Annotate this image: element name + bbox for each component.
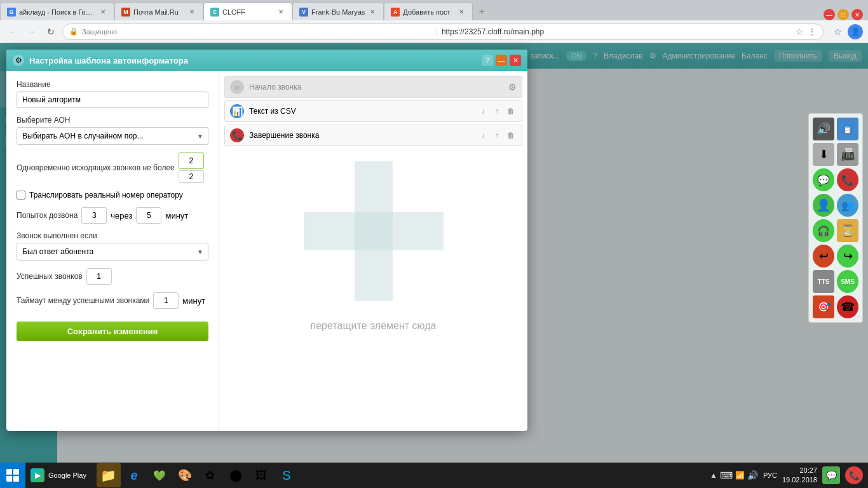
windows-icon [6, 469, 19, 482]
tray-arrow-up[interactable]: ▲ [710, 471, 717, 480]
concurrent-input[interactable] [179, 152, 204, 169]
dialog-minimize-button[interactable]: — [496, 55, 507, 66]
clock-date: 19.02.2018 [782, 475, 817, 485]
fax-device-icon[interactable]: 📠 [837, 143, 858, 166]
icons-row-5: 🎧 ⏳ [813, 219, 858, 242]
aon-select-wrapper: Выбирать АОН в случайном пор... ▼ [17, 127, 208, 145]
attempts-input[interactable] [81, 207, 107, 224]
taskbar-photos[interactable]: 🖼 [249, 463, 273, 487]
aon-field-group: Выберите АОН Выбирать АОН в случайном по… [17, 116, 208, 145]
taskbar-phone-button[interactable]: 📞 [845, 466, 863, 484]
filter-icon[interactable]: ⬇ [813, 143, 834, 166]
volume-icon[interactable]: 🔊 [747, 470, 758, 480]
taskbar-clock: 20:27 19.02.2018 [782, 466, 817, 485]
tab-1[interactable]: G айклауд - Поиск в Гоог... ✕ [0, 3, 114, 20]
tab-2-label: Почта Mail.Ru [133, 8, 184, 16]
taskbar-skype[interactable]: S [275, 463, 299, 487]
csv-delete-btn[interactable]: 🗑 [505, 105, 517, 117]
person1-icon[interactable]: 👤 [813, 194, 834, 217]
network-bars-icon: 📶 [735, 471, 745, 480]
end-up-btn[interactable]: ↑ [491, 130, 503, 141]
taskbar-right: ▲ ⌨ 📶 🔊 РУС 20:27 19.02.2018 💬 📞 [710, 466, 868, 485]
tab-3-close[interactable]: ✕ [276, 8, 285, 17]
bookmark-icon[interactable]: ☆ [796, 27, 804, 37]
arrow-forward-icon[interactable]: ↪ [837, 245, 858, 268]
target2-icon[interactable]: 🎯 [813, 295, 834, 318]
redphone2-icon[interactable]: ☎ [837, 295, 858, 318]
call-flow-csv: 📊 Текст из CSV ↓ ↑ 🗑 [224, 100, 522, 122]
phone-numeric-icon[interactable]: 📋 [837, 118, 858, 140]
success-calls-input[interactable] [86, 268, 112, 285]
hourglass-icon[interactable]: ⏳ [837, 219, 858, 242]
persons2-icon[interactable]: 👥 [837, 194, 858, 217]
aon-select[interactable]: Выбирать АОН в случайном пор... [17, 127, 208, 145]
dialog-help-button[interactable]: ? [482, 55, 493, 66]
broadcast-checkbox[interactable] [17, 191, 25, 200]
broadcast-label: Транслировать реальный номер оператору [29, 191, 183, 200]
tab-4[interactable]: V Frank-Bu Maryas ✕ [292, 3, 384, 20]
end-delete-btn[interactable]: 🗑 [505, 130, 517, 141]
extend-icon[interactable]: ⋮ [808, 27, 817, 37]
taskbar-chrome[interactable]: ⬤ [224, 463, 248, 487]
reload-button[interactable]: ↻ [43, 24, 58, 39]
sms2-icon[interactable]: SMS [837, 270, 858, 293]
taskbar-games[interactable]: ✿ [198, 463, 222, 487]
taskbar-file-manager[interactable]: 📁 [97, 463, 121, 487]
tab-2[interactable]: M Почта Mail.Ru ✕ [114, 3, 203, 20]
language-label[interactable]: РУС [763, 471, 777, 479]
start-button[interactable] [0, 463, 25, 488]
forward-button[interactable]: → [24, 24, 39, 39]
start-settings-icon[interactable]: ⚙ [508, 82, 517, 92]
icq-icon: 💚 [153, 470, 166, 482]
dialog-close-button[interactable]: ✕ [510, 55, 521, 66]
tab-1-close[interactable]: ✕ [98, 8, 107, 17]
ie-icon: e [130, 468, 137, 483]
address-bar[interactable]: 🔒 Защищено | https://23257.cloff.ru/main… [62, 24, 824, 40]
arrow-back-icon[interactable]: ↩ [813, 245, 834, 268]
taskbar-msg-button[interactable]: 💬 [822, 466, 840, 484]
concurrent-sub-input[interactable] [179, 170, 204, 183]
taskbar-paint[interactable]: 🎨 [173, 463, 197, 487]
taskbar-ie[interactable]: e [122, 463, 146, 487]
through-input[interactable] [136, 207, 161, 224]
tts2-icon[interactable]: TTS [813, 270, 834, 293]
csv-up-btn[interactable]: ↑ [491, 105, 503, 117]
tab-5-close[interactable]: ✕ [457, 8, 466, 17]
end-down-btn[interactable]: ↓ [477, 130, 489, 141]
file-manager-icon: 📁 [100, 468, 116, 483]
icons-row-7: TTS SMS [813, 270, 858, 293]
call-flow: ○ Начало звонка ⚙ 📊 Текст из CSV ↓ ↑ 🗑 [219, 71, 527, 431]
svg-text:📋: 📋 [843, 125, 852, 134]
tab-4-close[interactable]: ✕ [368, 8, 377, 17]
timeout-row: Таймаут между успешными звонками минут [17, 292, 208, 309]
taskbar-icq[interactable]: 💚 [147, 463, 172, 487]
concurrent-input-container [179, 152, 204, 183]
attempts-row: Попыток дозвона через минут [17, 207, 208, 224]
tab-3-active[interactable]: C CLOFF ✕ [203, 3, 292, 20]
bubble-icon[interactable]: 💬 [813, 168, 834, 191]
tab-2-close[interactable]: ✕ [187, 8, 196, 17]
call-done-select[interactable]: Был ответ абонента Звонок принят Завершё… [17, 243, 208, 261]
start-radio-icon: ○ [230, 80, 244, 94]
back-button[interactable]: ← [5, 24, 20, 39]
csv-flow-actions: ↓ ↑ 🗑 [477, 105, 517, 117]
new-tab-button[interactable]: + [473, 3, 491, 20]
browser-close-btn[interactable]: ✕ [851, 9, 863, 20]
save-button[interactable]: Сохранить изменения [17, 322, 208, 341]
timeout-input[interactable] [153, 292, 179, 309]
cross-v [355, 161, 393, 301]
csv-down-btn[interactable]: ↓ [477, 105, 489, 117]
csv-flow-label: Текст из CSV [249, 107, 472, 116]
browser-max-btn[interactable]: □ [837, 9, 849, 20]
tab-5[interactable]: А Добавить пост ✕ [384, 3, 473, 20]
account-icon[interactable]: 👤 [848, 24, 863, 39]
end-flow-actions: ↓ ↑ 🗑 [477, 130, 517, 141]
headset2-icon[interactable]: 🎧 [813, 219, 834, 242]
sound-icon[interactable]: 🔊 [813, 118, 834, 140]
google-play-button[interactable]: ▶ Google Play [25, 468, 92, 482]
extensions-icon[interactable]: ☆ [830, 24, 845, 39]
tab-4-label: Frank-Bu Maryas [311, 8, 365, 16]
name-input[interactable] [17, 92, 208, 108]
dialpad-icon[interactable]: 📞 [837, 168, 858, 191]
browser-min-btn[interactable]: — [824, 9, 835, 20]
